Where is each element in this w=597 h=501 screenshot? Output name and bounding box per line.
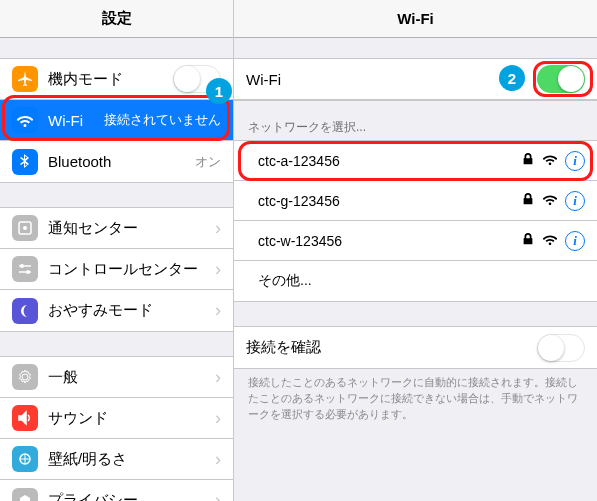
airplane-icon: [12, 66, 38, 92]
other-label: その他...: [258, 272, 585, 290]
settings-sidebar: 設定 機内モードWi-Fi接続されていませんBluetoothオン通知センター›…: [0, 0, 234, 501]
sound-icon: [12, 405, 38, 431]
privacy-icon: [12, 488, 38, 502]
chevron-right-icon: ›: [215, 259, 221, 280]
sidebar-item-label: 一般: [48, 368, 215, 387]
info-button[interactable]: i: [565, 191, 585, 211]
chevron-right-icon: ›: [215, 449, 221, 470]
sidebar-item-label: 通知センター: [48, 219, 215, 238]
other-network-row[interactable]: その他...: [234, 261, 597, 301]
badge-1: 1: [206, 78, 232, 104]
sidebar-item-privacy[interactable]: プライバシー›: [0, 480, 233, 501]
sidebar-title: 設定: [0, 0, 233, 38]
network-row[interactable]: ctc-a-123456i: [234, 141, 597, 181]
wifi-toggle-row[interactable]: Wi-Fi: [234, 59, 597, 100]
sidebar-item-moon[interactable]: おやすみモード›: [0, 290, 233, 331]
chevron-right-icon: ›: [215, 218, 221, 239]
sidebar-item-label: 壁紙/明るさ: [48, 450, 215, 469]
sidebar-item-sub: 接続されていません: [104, 111, 221, 129]
moon-icon: [12, 298, 38, 324]
chevron-right-icon: ›: [215, 300, 221, 321]
wifi-signal-icon: [543, 192, 557, 209]
control-icon: [12, 256, 38, 282]
badge-2: 2: [499, 65, 525, 91]
gear-icon: [12, 364, 38, 390]
network-name: ctc-w-123456: [258, 233, 521, 249]
ask-to-join-row[interactable]: 接続を確認: [234, 327, 597, 368]
wallpaper-icon: [12, 446, 38, 472]
ask-note: 接続したことのあるネットワークに自動的に接続されます。接続したことのあるネットワ…: [234, 369, 597, 433]
detail-title: Wi-Fi: [234, 0, 597, 38]
chevron-right-icon: ›: [215, 408, 221, 429]
wifi-signal-icon: [543, 152, 557, 169]
sidebar-item-label: 機内モード: [48, 70, 173, 89]
wifi-switch[interactable]: [537, 65, 585, 93]
choose-network-label: ネットワークを選択...: [234, 101, 597, 140]
sidebar-item-control[interactable]: コントロールセンター›: [0, 249, 233, 290]
sidebar-item-label: プライバシー: [48, 491, 215, 501]
sidebar-item-label: Wi-Fi: [48, 112, 96, 129]
wifi-label: Wi-Fi: [246, 71, 537, 88]
info-button[interactable]: i: [565, 151, 585, 171]
sidebar-item-wifi[interactable]: Wi-Fi接続されていません: [0, 100, 233, 141]
ask-label: 接続を確認: [246, 338, 537, 357]
bluetooth-icon: [12, 149, 38, 175]
sidebar-item-label: サウンド: [48, 409, 215, 428]
sidebar-item-bluetooth[interactable]: Bluetoothオン: [0, 141, 233, 182]
ask-switch[interactable]: [537, 334, 585, 362]
wifi-icon: [12, 107, 38, 133]
lock-icon: [521, 232, 535, 249]
sidebar-item-label: Bluetooth: [48, 153, 187, 170]
lock-icon: [521, 192, 535, 209]
network-row[interactable]: ctc-g-123456i: [234, 181, 597, 221]
network-name: ctc-g-123456: [258, 193, 521, 209]
sidebar-item-gear[interactable]: 一般›: [0, 357, 233, 398]
sidebar-item-label: おやすみモード: [48, 301, 215, 320]
sidebar-item-sound[interactable]: サウンド›: [0, 398, 233, 439]
sidebar-item-label: コントロールセンター: [48, 260, 215, 279]
chevron-right-icon: ›: [215, 367, 221, 388]
detail-pane: Wi-Fi Wi-Fi 2 ネットワークを選択... 3 ctc-a-12345…: [234, 0, 597, 501]
sidebar-item-sub: オン: [195, 153, 221, 171]
wifi-signal-icon: [543, 232, 557, 249]
sidebar-item-notify[interactable]: 通知センター›: [0, 208, 233, 249]
network-name: ctc-a-123456: [258, 153, 521, 169]
sidebar-item-airplane[interactable]: 機内モード: [0, 59, 233, 100]
chevron-right-icon: ›: [215, 490, 221, 501]
lock-icon: [521, 152, 535, 169]
sidebar-item-wallpaper[interactable]: 壁紙/明るさ›: [0, 439, 233, 480]
info-button[interactable]: i: [565, 231, 585, 251]
network-row[interactable]: ctc-w-123456i: [234, 221, 597, 261]
notify-icon: [12, 215, 38, 241]
